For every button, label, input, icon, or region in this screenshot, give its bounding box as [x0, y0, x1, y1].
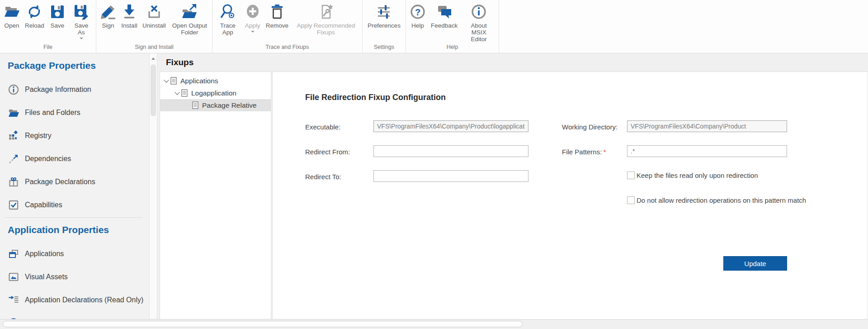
tree-row-applications[interactable]: Applications: [160, 75, 271, 87]
feedback-button[interactable]: Feedback: [429, 3, 459, 29]
svg-text:?: ?: [415, 7, 420, 17]
open-output-folder-button[interactable]: Open Output Folder: [169, 3, 210, 36]
ribbon-group-label-help: Help: [406, 43, 499, 53]
content-area: Package Properties Package Information F…: [0, 53, 868, 319]
chevron-down-icon[interactable]: [173, 92, 181, 94]
trace-app-icon: [220, 4, 236, 20]
sidebar-item-content-uris[interactable]: Content URIs (Read Only): [0, 311, 149, 319]
file-patterns-label: File Patterns:*: [562, 148, 606, 156]
update-button[interactable]: Update: [723, 256, 787, 271]
trace-app-button-label: Trace App: [216, 22, 240, 36]
install-button[interactable]: Install: [119, 3, 139, 29]
redirect-from-label: Redirect From:: [305, 148, 350, 156]
reload-icon: [26, 4, 42, 20]
sidebar-item-label: Dependencies: [25, 155, 71, 163]
sidebar-item-registry[interactable]: Registry: [0, 124, 149, 147]
scrollbar-thumb[interactable]: [151, 64, 156, 116]
scrollbar-up-arrow-icon[interactable]: [150, 53, 157, 63]
sign-button[interactable]: Sign: [98, 3, 118, 29]
sign-pencil-icon: [100, 4, 116, 20]
fixups-tree: Applications Logapplication: [160, 72, 271, 319]
ribbon-group-file: Open Reload: [0, 0, 96, 53]
sidebar-item-files-and-folders[interactable]: Files and Folders: [0, 101, 149, 124]
about-info-icon: [471, 4, 487, 20]
apply-plus-icon: [245, 4, 261, 20]
save-as-button-label: Save As: [71, 22, 92, 36]
horizontal-scrollbar[interactable]: [0, 319, 868, 329]
file-redirection-form: File Redirection Fixup Configuration Exe…: [272, 72, 868, 319]
form-title: File Redirection Fixup Configuration: [305, 93, 446, 102]
preferences-button[interactable]: Preferences: [366, 3, 402, 29]
tree-row-package-relative[interactable]: Package Relative: [160, 99, 271, 111]
info-circle-icon: [8, 84, 19, 95]
document-icon: [192, 101, 198, 109]
sidebar-item-application-declarations[interactable]: Application Declarations (Read Only): [0, 288, 149, 311]
feedback-bubbles-icon: [436, 4, 453, 20]
reload-button-label: Reload: [25, 22, 44, 29]
keep-read-only-checkbox-label: Keep the files read only upon redirectio…: [637, 172, 758, 179]
trace-app-button[interactable]: Trace App: [214, 3, 241, 36]
tree-row-label: Applications: [180, 77, 218, 85]
sidebar-item-label: Registry: [25, 132, 52, 140]
document-icon: [181, 89, 188, 97]
apply-button[interactable]: Apply: [243, 3, 263, 33]
uninstall-button[interactable]: Uninstall: [141, 3, 168, 29]
about-msix-editor-button-label: About MSIX Editor: [462, 22, 495, 43]
fixups-panel-title: Fixups: [166, 57, 193, 67]
reload-button[interactable]: Reload: [23, 3, 46, 29]
open-button-label: Open: [4, 22, 19, 29]
working-directory-label: Working Directory:: [562, 123, 618, 131]
preferences-sliders-icon: [376, 4, 392, 20]
open-output-folder-button-label: Open Output Folder: [171, 22, 208, 36]
main-panel: Fixups Applications: [157, 53, 868, 319]
apply-dropdown-caret-icon[interactable]: [251, 31, 255, 33]
sidebar-item-applications[interactable]: Applications: [0, 242, 149, 265]
help-button[interactable]: ? Help: [408, 3, 428, 29]
sidebar-heading-package-properties: Package Properties: [8, 59, 149, 72]
sidebar-item-label: Application Declarations (Read Only): [25, 296, 143, 304]
sidebar-item-label: Visual Assets: [25, 273, 68, 281]
tree-row-label: Logapplication: [191, 89, 236, 97]
install-arrow-icon: [121, 4, 137, 20]
help-button-label: Help: [411, 22, 424, 29]
executable-field[interactable]: [373, 120, 528, 132]
sidebar-item-visual-assets[interactable]: Visual Assets: [0, 265, 149, 288]
tree-row-logapplication[interactable]: Logapplication: [160, 87, 271, 99]
sidebar-item-package-declarations[interactable]: Package Declarations: [0, 170, 149, 193]
file-patterns-field[interactable]: [627, 145, 787, 157]
sidebar-item-capabilities[interactable]: Capabilities: [0, 193, 149, 216]
checkbox-check-icon: [8, 200, 19, 210]
sidebar-item-package-information[interactable]: Package Information: [0, 78, 149, 101]
apply-recommended-fixups-button[interactable]: Apply Recommended Fixups: [292, 3, 360, 36]
apply-recommended-fixups-icon: [318, 4, 334, 20]
ribbon-group-trace-fixups: Trace App Apply Remove: [212, 0, 363, 53]
sidebar-scrollbar[interactable]: [149, 53, 157, 319]
save-as-button[interactable]: Save As: [69, 3, 94, 40]
image-icon: [8, 272, 19, 282]
open-button[interactable]: Open: [2, 3, 22, 29]
keep-read-only-checkbox[interactable]: [627, 172, 635, 179]
horizontal-scrollbar-thumb[interactable]: [3, 321, 523, 327]
redirect-to-field[interactable]: [373, 170, 528, 182]
tree-row-label: Package Relative: [202, 101, 257, 110]
sidebar-item-dependencies[interactable]: Dependencies: [0, 147, 149, 170]
ribbon-group-label-trace-fixups: Trace and Fixups: [212, 43, 362, 53]
app-windows-icon: [8, 248, 19, 259]
save-button[interactable]: Save: [47, 3, 67, 29]
save-icon: [49, 4, 66, 20]
document-icon: [170, 77, 177, 85]
working-directory-field[interactable]: [627, 120, 787, 132]
redirect-from-field[interactable]: [373, 145, 528, 157]
save-as-dropdown-caret-icon[interactable]: [80, 38, 83, 39]
arrow-list-icon: [8, 295, 19, 305]
remove-button[interactable]: Remove: [264, 3, 290, 29]
sidebar-item-label: Package Declarations: [25, 178, 95, 186]
uninstall-icon: [146, 4, 162, 20]
no-redirect-on-match-checkbox-label: Do not allow redirection operations on t…: [637, 196, 806, 204]
save-button-label: Save: [50, 22, 64, 29]
no-redirect-on-match-checkbox[interactable]: [627, 196, 635, 204]
ribbon-group-help: ? Help Feedback: [406, 0, 499, 53]
chevron-down-icon[interactable]: [162, 80, 170, 82]
about-msix-editor-button[interactable]: About MSIX Editor: [461, 3, 497, 43]
sign-button-label: Sign: [102, 22, 114, 29]
